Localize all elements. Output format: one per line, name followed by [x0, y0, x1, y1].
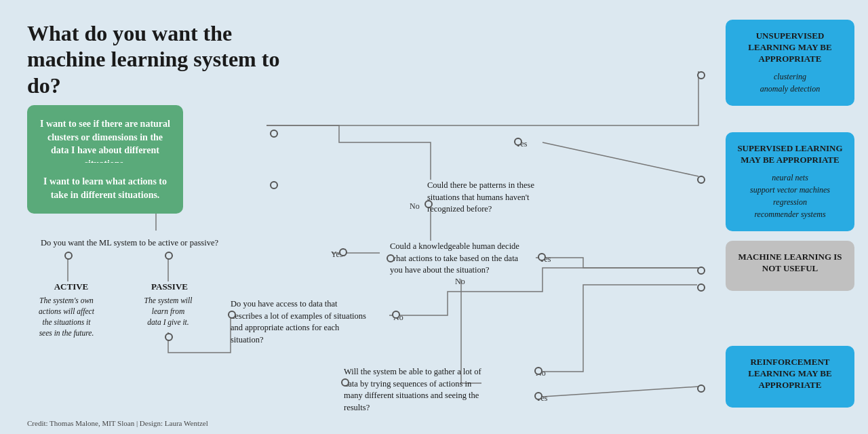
q-active-passive: Do you want the ML system to be active o… — [41, 237, 231, 250]
result-supervised: SUPERVISED LEARNING MAY BE APPROPRIATE n… — [726, 132, 854, 231]
circle-active — [64, 252, 73, 260]
no-patterns: No — [410, 201, 420, 212]
active-label: ACTIVE — [41, 281, 102, 292]
supervised-sub: neural netssupport vector machinesregres… — [734, 172, 846, 220]
circle-box2 — [270, 181, 278, 189]
result-not-useful: MACHINE LEARNING IS NOT USEFUL — [726, 241, 854, 291]
q-access-data: Do you have access to data that describe… — [231, 298, 366, 346]
circle-not-useful-bot — [697, 283, 705, 292]
circle-patterns — [425, 200, 433, 208]
result-reinforcement: REINFORCEMENT LEARNING MAY BE APPROPRIAT… — [726, 346, 854, 408]
credit: Credit: Thomas Malone, MIT Sloan | Desig… — [27, 419, 208, 427]
passive-desc: The system willlearn fromdata I give it. — [131, 295, 205, 328]
circle-gather — [341, 378, 349, 387]
circle-yes-patterns — [514, 138, 522, 146]
circle-not-useful-top — [697, 267, 705, 275]
circle-yes-gather — [534, 392, 542, 400]
no-human: No — [455, 277, 465, 287]
circle-no-gather — [534, 367, 542, 375]
passive-label: PASSIVE — [139, 281, 200, 292]
supervised-title: SUPERVISED LEARNING MAY BE APPROPRIATE — [734, 143, 846, 166]
circle-unsupervised — [697, 71, 705, 79]
circle-passive — [165, 252, 173, 260]
circle-passive-bottom — [165, 333, 173, 341]
green-box-2: I want to learn what actions to take in … — [27, 163, 183, 214]
circle-reinforcement — [697, 384, 705, 393]
reinforcement-title: REINFORCEMENT LEARNING MAY BE APPROPRIAT… — [734, 357, 846, 391]
unsupervised-title: UNSUPERVISED LEARNING MAY BE APPROPRIATE — [734, 31, 846, 65]
circle-yes-access — [339, 248, 347, 256]
q-patterns: Could there be patterns in these situati… — [427, 180, 536, 216]
circle-box1 — [270, 130, 278, 138]
page-title: What do you want the machine learning sy… — [27, 20, 312, 98]
active-desc: The system's ownactions will affectthe s… — [26, 295, 107, 338]
circle-yes-human — [538, 253, 546, 261]
not-useful-title: MACHINE LEARNING IS NOT USEFUL — [734, 252, 846, 275]
unsupervised-sub: clusteringanomaly detection — [734, 71, 846, 95]
circle-supervised — [697, 176, 705, 184]
q-human-decide: Could a knowledgeable human decide what … — [390, 241, 526, 277]
q-gather-data: Will the system be able to gather a lot … — [344, 366, 486, 414]
circle-access — [228, 311, 236, 319]
result-unsupervised: UNSUPERVISED LEARNING MAY BE APPROPRIATE… — [726, 20, 854, 106]
circle-human — [387, 254, 395, 262]
circle-no-access — [392, 311, 400, 319]
